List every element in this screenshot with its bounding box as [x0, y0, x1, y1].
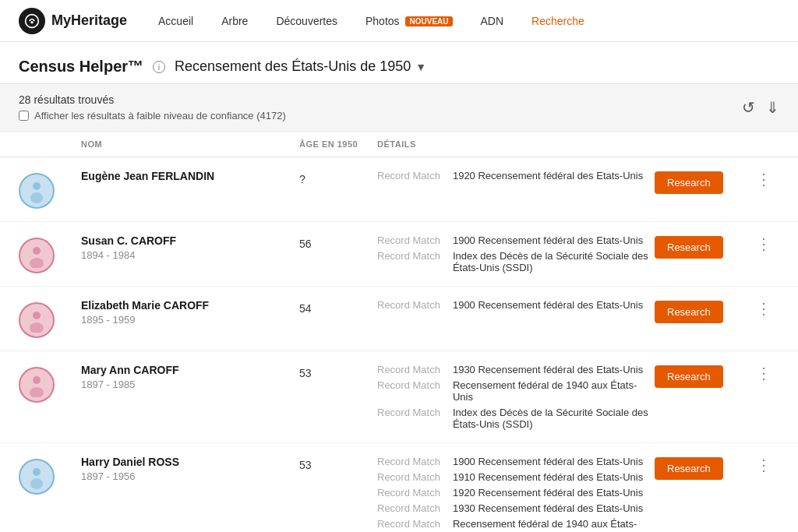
brand-logo[interactable]: MyHeritage: [19, 8, 127, 34]
low-confidence-label: Afficher les résultats à faible niveau d…: [34, 110, 286, 122]
more-icon[interactable]: ⋮: [756, 453, 772, 474]
results-actions: ↺ ⇓: [742, 98, 779, 117]
more-icon[interactable]: ⋮: [756, 361, 772, 382]
detail-row: Record Match 1920 Recensement fédéral de…: [377, 487, 655, 499]
col-more: [756, 139, 779, 149]
person-info: Eugène Jean FERLANDIN: [81, 170, 299, 182]
research-button[interactable]: Research: [655, 457, 723, 480]
photos-badge: NOUVEAU: [405, 16, 452, 26]
more-options[interactable]: ⋮: [756, 364, 779, 382]
record-detail: 1910 Recensement fédéral des Etats-Unis: [453, 471, 643, 483]
record-match-label: Record Match: [377, 250, 440, 262]
research-button[interactable]: Research: [655, 365, 723, 388]
person-name: Harry Daniel ROSS: [81, 456, 299, 468]
navbar: MyHeritage Accueil Arbre Découvertes Pho…: [0, 0, 798, 42]
nav-accueil[interactable]: Accueil: [158, 15, 193, 27]
person-dates: 1897 - 1956: [81, 470, 299, 482]
more-icon[interactable]: ⋮: [756, 232, 772, 252]
avatar: [19, 302, 55, 338]
col-age: ÂGE EN 1950: [299, 139, 377, 149]
details-col: Record Match 1900 Recensement fédéral de…: [377, 456, 655, 532]
record-match-label: Record Match: [377, 234, 440, 246]
nav-arbre[interactable]: Arbre: [221, 15, 248, 27]
record-match-label: Record Match: [377, 471, 440, 483]
record-detail: 1930 Recensement fédéral des Etats-Unis: [453, 502, 643, 514]
detail-row: Record Match Recensement fédéral de 1940…: [377, 379, 655, 403]
results-info: 28 résultats trouvés Afficher les résult…: [19, 93, 286, 122]
detail-row: Record Match 1930 Recensement fédéral de…: [377, 364, 655, 375]
svg-point-9: [30, 387, 44, 397]
record-detail: Recensement fédéral de 1940 aux États-Un…: [453, 379, 655, 403]
logo-icon: [19, 8, 45, 34]
details-col: Record Match 1920 Recensement fédéral de…: [377, 170, 655, 181]
actions-col: Research: [655, 170, 756, 194]
person-name: Mary Ann CAROFF: [81, 364, 299, 376]
record-match-label: Record Match: [377, 364, 440, 375]
record-match-label: Record Match: [377, 502, 440, 514]
research-button[interactable]: Research: [655, 301, 723, 323]
svg-point-3: [30, 192, 43, 203]
brand-name: MyHeritage: [51, 12, 127, 29]
low-confidence-checkbox-label[interactable]: Afficher les résultats à faible niveau d…: [19, 110, 286, 122]
svg-point-5: [30, 258, 44, 268]
detail-row: Record Match 1920 Recensement fédéral de…: [377, 170, 655, 181]
results-table: NOM ÂGE EN 1950 DÉTAILS Eugène Jean FERL…: [0, 132, 798, 532]
more-icon[interactable]: ⋮: [756, 167, 772, 188]
research-button[interactable]: Research: [655, 171, 723, 194]
download-icon[interactable]: ⇓: [766, 98, 779, 117]
col-details: DÉTAILS: [377, 139, 655, 149]
page-title: Census Helper™: [19, 58, 143, 76]
info-icon[interactable]: i: [153, 61, 165, 73]
person-name: Eugène Jean FERLANDIN: [81, 170, 299, 182]
detail-row: Record Match Index des Décès de la Sécur…: [377, 407, 655, 430]
svg-point-7: [30, 322, 44, 333]
avatar-wrap: [19, 170, 81, 209]
avatar-wrap: [19, 456, 81, 495]
person-age: 53: [299, 364, 377, 379]
table-row: Mary Ann CAROFF 1897 - 1985 53 Record Ma…: [0, 351, 798, 443]
details-col: Record Match 1900 Recensement fédéral de…: [377, 299, 655, 311]
record-match-label: Record Match: [377, 456, 440, 467]
person-name: Elizabeth Marie CAROFF: [81, 299, 299, 312]
more-options[interactable]: ⋮: [756, 456, 779, 474]
nav-adn[interactable]: ADN: [481, 15, 504, 27]
low-confidence-checkbox[interactable]: [19, 111, 29, 121]
nav-recherche[interactable]: Recherche: [531, 15, 584, 27]
nav-decouvertes[interactable]: Découvertes: [276, 15, 337, 27]
person-info: Harry Daniel ROSS 1897 - 1956: [81, 456, 299, 482]
record-detail: 1900 Recensement fédéral des Etats-Unis: [453, 299, 643, 311]
record-detail: Index des Décès de la Sécurité Sociale d…: [453, 250, 655, 273]
record-match-label: Record Match: [377, 379, 440, 391]
record-match-label: Record Match: [377, 170, 440, 181]
more-icon[interactable]: ⋮: [756, 297, 772, 317]
refresh-icon[interactable]: ↺: [742, 98, 755, 117]
svg-point-11: [30, 478, 43, 489]
col-nom: NOM: [81, 139, 299, 149]
more-options[interactable]: ⋮: [756, 299, 779, 318]
nav-photos[interactable]: Photos NOUVEAU: [365, 15, 453, 27]
avatar-wrap: [19, 364, 81, 403]
person-dates: 1894 - 1984: [81, 249, 299, 261]
results-bar: 28 résultats trouvés Afficher les résult…: [0, 83, 798, 132]
chevron-down-icon: ▼: [415, 61, 426, 73]
research-button[interactable]: Research: [655, 236, 723, 259]
col-avatar: [19, 139, 81, 149]
more-options[interactable]: ⋮: [756, 234, 779, 253]
table-row: Harry Daniel ROSS 1897 - 1956 53 Record …: [0, 443, 798, 532]
results-count: 28 résultats trouvés: [19, 93, 286, 106]
details-col: Record Match 1930 Recensement fédéral de…: [377, 364, 655, 430]
detail-row: Record Match 1900 Recensement fédéral de…: [377, 299, 655, 311]
svg-point-8: [33, 376, 41, 384]
detail-row: Record Match Recensement fédéral de 1940…: [377, 518, 655, 532]
svg-point-4: [33, 247, 41, 255]
record-detail: 1930 Recensement fédéral des Etats-Unis: [453, 364, 643, 375]
avatar-wrap: [19, 299, 81, 338]
more-options[interactable]: ⋮: [756, 170, 779, 188]
table-header: NOM ÂGE EN 1950 DÉTAILS: [0, 132, 798, 157]
collection-selector[interactable]: Recensement des États-Unis de 1950 ▼: [175, 58, 426, 75]
col-actions: [655, 139, 756, 149]
svg-point-10: [33, 468, 41, 476]
person-name: Susan C. CAROFF: [81, 234, 299, 247]
avatar: [19, 459, 55, 495]
person-info: Susan C. CAROFF 1894 - 1984: [81, 234, 299, 261]
